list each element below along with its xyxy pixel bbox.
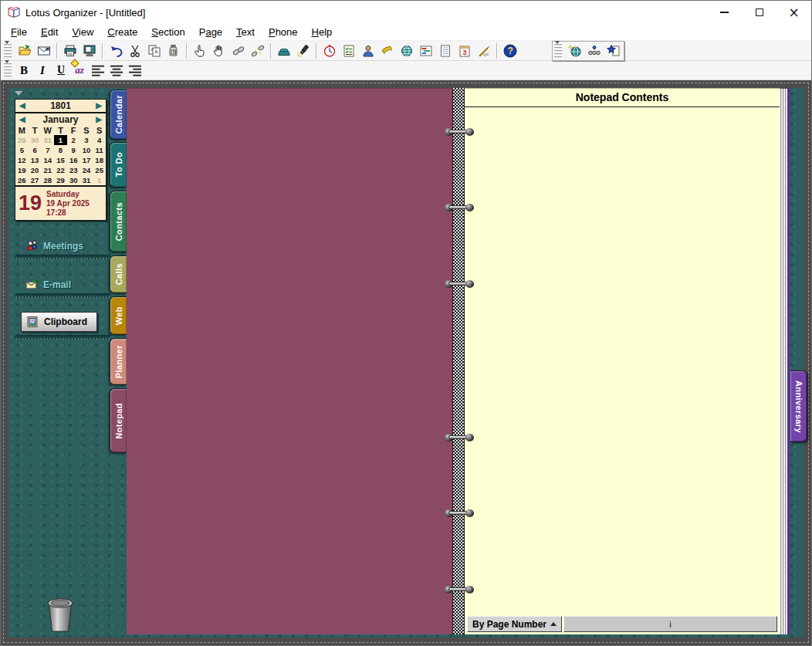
align-right-button[interactable] [126, 63, 144, 79]
clipboard-button[interactable]: Clipboard [21, 312, 97, 332]
calendar-day[interactable]: 7 [41, 145, 54, 155]
find-flashlight-button[interactable] [293, 42, 313, 59]
meetings-shortcut[interactable]: Meetings [25, 239, 83, 252]
trash-bin-icon[interactable] [42, 596, 78, 634]
anniversary-calendar-button[interactable]: 3 [455, 42, 474, 59]
paste-button[interactable]: A [164, 42, 183, 59]
menu-item-help[interactable]: Help [305, 25, 340, 39]
calendar-day[interactable]: 23 [67, 165, 80, 175]
calendar-day[interactable]: 6 [29, 145, 42, 155]
italic-button[interactable]: I [33, 63, 52, 79]
section-tab-planner[interactable]: Planner [110, 338, 127, 385]
align-left-button[interactable] [89, 63, 107, 79]
calendar-day[interactable]: 5 [15, 145, 29, 155]
print-button[interactable] [60, 42, 80, 59]
cut-button[interactable] [125, 42, 144, 59]
calendar-day[interactable]: 4 [93, 135, 106, 145]
todo-list-button[interactable] [339, 42, 358, 59]
anniversary-tab[interactable]: Anniversary [790, 370, 807, 442]
section-tab-web[interactable]: Web [110, 296, 127, 335]
calendar-day[interactable]: 3 [80, 135, 93, 145]
calendar-day[interactable]: 29 [54, 175, 67, 185]
calendar-day[interactable]: 25 [93, 165, 106, 175]
help-button[interactable]: ? [500, 42, 519, 59]
contacts-person-button[interactable] [358, 42, 377, 59]
calendar-day[interactable]: 22 [54, 165, 67, 175]
notepad-right-page[interactable]: Notepad Contents By Page Number i [465, 88, 780, 634]
pen-button[interactable] [474, 42, 493, 59]
mail-button[interactable] [34, 42, 53, 59]
menu-item-edit[interactable]: Edit [34, 25, 65, 39]
close-button[interactable]: × [776, 2, 811, 24]
format-toolbar-grip[interactable] [4, 63, 12, 78]
notepad-page-button[interactable] [435, 42, 455, 59]
menu-item-page[interactable]: Page [192, 25, 229, 39]
pan-hand-button[interactable] [209, 42, 228, 59]
calendar-day[interactable]: 30 [29, 135, 42, 145]
smarticons-paste-button[interactable] [604, 42, 623, 59]
calendar-day[interactable]: 31 [80, 175, 93, 185]
menu-item-create[interactable]: Create [100, 25, 144, 39]
calendar-day[interactable]: 17 [80, 155, 93, 165]
section-tab-calendar[interactable]: Calendar [110, 90, 127, 140]
minimize-button[interactable] [707, 2, 742, 24]
email-shortcut[interactable]: E-mail [25, 278, 71, 291]
calendar-day[interactable]: 14 [41, 155, 54, 165]
menu-item-text[interactable]: Text [229, 25, 262, 39]
floating-toolbar-grip[interactable] [554, 43, 562, 59]
phone-dial-button[interactable] [274, 42, 293, 59]
toolbar-grip[interactable] [4, 43, 12, 59]
notepad-left-page[interactable] [127, 88, 452, 634]
bold-button[interactable]: B [15, 63, 33, 79]
next-year-arrow[interactable]: ▶ [96, 102, 102, 110]
calendar-day[interactable]: 11 [93, 145, 106, 155]
calendar-day[interactable]: 9 [67, 145, 80, 155]
calendar-day[interactable]: 26 [15, 175, 29, 185]
calendar-day[interactable]: 8 [54, 145, 67, 155]
prev-month-arrow[interactable]: ◀ [19, 116, 25, 123]
calendar-day[interactable]: 20 [29, 165, 42, 175]
internet-globe-button[interactable] [565, 42, 584, 59]
calendar-day[interactable]: 12 [15, 155, 29, 165]
calendar-day[interactable]: 28 [41, 175, 54, 185]
font-case-button[interactable]: az [70, 63, 89, 79]
menu-item-file[interactable]: File [4, 25, 34, 39]
calls-handset-button[interactable] [377, 42, 397, 59]
calendar-day[interactable]: 10 [80, 145, 93, 155]
create-link-button[interactable] [228, 42, 248, 59]
alarm-clock-button[interactable] [320, 42, 339, 59]
menu-item-section[interactable]: Section [144, 25, 191, 39]
section-tab-to-do[interactable]: To Do [110, 142, 127, 188]
undo-button[interactable] [106, 42, 125, 59]
planner-grid-button[interactable] [416, 42, 435, 59]
web-links-button[interactable] [584, 42, 604, 59]
web-globe-button[interactable] [397, 42, 416, 59]
calendar-day[interactable]: 16 [67, 155, 80, 165]
maximize-button[interactable] [742, 2, 776, 24]
calendar-day[interactable]: 31 [41, 135, 54, 145]
copy-button[interactable]: AA [144, 42, 164, 59]
next-month-arrow[interactable]: ▶ [96, 116, 102, 123]
calendar-day[interactable]: 24 [80, 165, 93, 175]
calendar-day[interactable]: 21 [41, 165, 54, 175]
section-tab-calls[interactable]: Calls [110, 255, 127, 293]
calendar-day[interactable]: 19 [15, 165, 29, 175]
prev-year-arrow[interactable]: ◀ [19, 102, 25, 110]
menu-item-phone[interactable]: Phone [262, 25, 305, 39]
calendar-day[interactable]: 18 [93, 155, 106, 165]
calendar-day[interactable]: 1 [93, 175, 106, 185]
menu-item-view[interactable]: View [65, 25, 100, 39]
open-file-button[interactable] [15, 42, 34, 59]
print-preview-button[interactable] [80, 42, 99, 59]
calendar-day[interactable]: 27 [29, 175, 42, 185]
calendar-day[interactable]: 2 [67, 135, 80, 145]
sidebar-collapse-arrow[interactable] [15, 91, 22, 96]
section-tab-contacts[interactable]: Contacts [110, 191, 127, 252]
select-pointer-button[interactable] [190, 42, 209, 59]
section-tab-notepad[interactable]: Notepad [110, 388, 127, 453]
today-panel[interactable]: 19 Saturday 19 Apr 2025 17:28 [15, 186, 107, 221]
calendar-day[interactable]: 1 [54, 135, 67, 145]
align-center-button[interactable] [107, 63, 126, 79]
by-page-number-button[interactable]: By Page Number [467, 616, 562, 632]
calendar-day[interactable]: 29 [15, 135, 29, 145]
